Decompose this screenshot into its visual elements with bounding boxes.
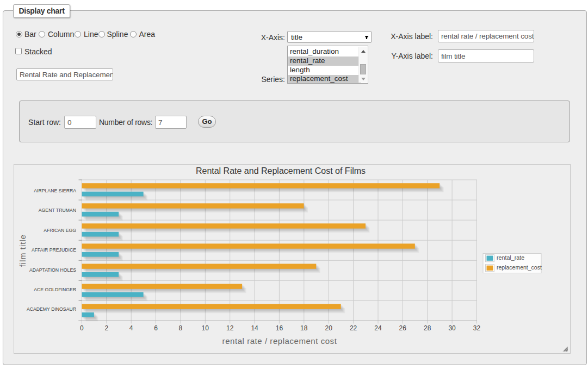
svg-text:replacement_cost: replacement_cost	[497, 264, 542, 271]
svg-text:22: 22	[350, 324, 357, 332]
svg-text:AGENT TRUMAN: AGENT TRUMAN	[39, 208, 76, 213]
svg-text:8: 8	[179, 324, 183, 332]
svg-text:6: 6	[154, 324, 158, 332]
svg-text:20: 20	[325, 324, 333, 332]
svg-text:18: 18	[300, 324, 308, 332]
svg-text:14: 14	[251, 324, 258, 332]
svg-text:26: 26	[399, 324, 407, 332]
svg-text:AIRPLANE SIERRA: AIRPLANE SIERRA	[34, 188, 76, 193]
svg-text:film title: film title	[18, 234, 27, 267]
svg-text:ACE GOLDFINGER: ACE GOLDFINGER	[34, 287, 76, 292]
svg-text:ADAPTATION HOLES: ADAPTATION HOLES	[29, 267, 76, 273]
svg-text:AFRICAN EGG: AFRICAN EGG	[44, 228, 76, 233]
svg-text:rental_rate: rental_rate	[497, 254, 524, 261]
svg-text:30: 30	[448, 324, 456, 332]
svg-text:16: 16	[276, 324, 283, 332]
svg-text:24: 24	[374, 324, 382, 332]
svg-text:28: 28	[424, 324, 431, 332]
svg-text:32: 32	[473, 324, 481, 332]
svg-text:ACADEMY DINOSAUR: ACADEMY DINOSAUR	[27, 306, 76, 312]
svg-text:4: 4	[129, 324, 133, 332]
svg-text:0: 0	[80, 324, 84, 332]
svg-text:12: 12	[226, 324, 234, 332]
svg-text:10: 10	[202, 324, 209, 332]
svg-text:AFFAIR PREJUDICE: AFFAIR PREJUDICE	[32, 247, 76, 253]
svg-text:2: 2	[104, 324, 108, 332]
svg-text:rental rate / replacement cost: rental rate / replacement cost	[222, 336, 337, 346]
svg-text:Rental Rate and Replacement Co: Rental Rate and Replacement Cost of Film…	[196, 166, 366, 175]
